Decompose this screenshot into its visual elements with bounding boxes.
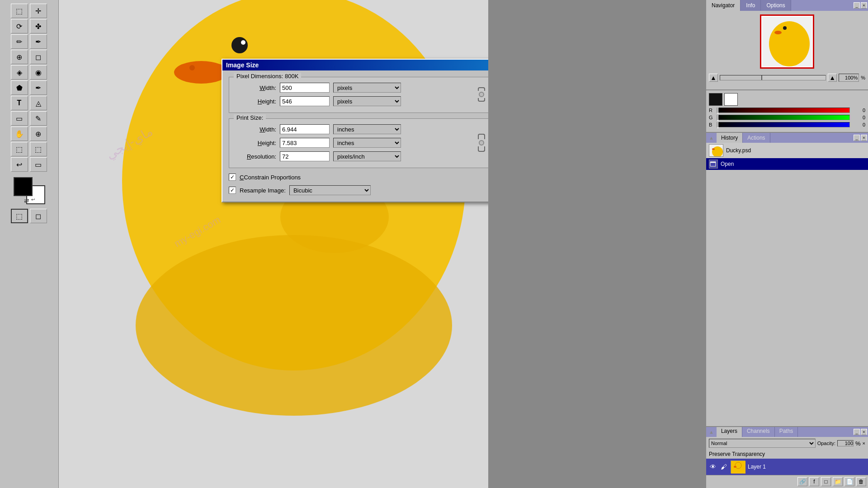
pixel-dimensions-section: Pixel Dimensions: 800K Width:: [229, 77, 488, 113]
pixel-width-unit-select[interactable]: pixels percent: [333, 83, 401, 93]
pencil-tool[interactable]: ✒: [30, 34, 47, 49]
blue-channel-slider[interactable]: [717, 122, 850, 127]
print-width-row: Width: inches cm mm: [236, 124, 474, 134]
print-height-input[interactable]: [280, 138, 330, 148]
quick-mask-off[interactable]: ⬚: [11, 209, 28, 223]
opacity-input[interactable]: [837, 440, 854, 446]
actions-tab[interactable]: Actions: [743, 133, 770, 143]
foreground-color-swatch[interactable]: [14, 177, 33, 196]
pixel-height-input[interactable]: [280, 96, 330, 106]
constrain-proportions-checkbox[interactable]: ✓: [229, 174, 236, 181]
layer-1-item[interactable]: 👁 🖌 Layer 1: [706, 459, 868, 475]
print-chain-icon: [478, 134, 485, 152]
nav-minimize-button[interactable]: _: [854, 2, 860, 9]
notes-tool[interactable]: ✎: [30, 111, 47, 126]
layers-close-button[interactable]: ×: [861, 429, 867, 435]
resample-method-select[interactable]: Bicubic Nearest Neighbor Bilinear Bicubi…: [289, 185, 371, 195]
history-close-button[interactable]: ×: [861, 135, 867, 141]
layers-minimize-button[interactable]: _: [854, 429, 860, 435]
zoom-slider[interactable]: [720, 75, 826, 80]
zoom-in-button[interactable]: ▲: [828, 74, 837, 82]
resolution-input[interactable]: [280, 151, 330, 161]
text-tool[interactable]: T: [11, 96, 28, 110]
extra-tool-3[interactable]: ↩: [11, 157, 28, 172]
channels-tab[interactable]: Channels: [742, 427, 775, 437]
layer-link-button[interactable]: 🔗: [797, 477, 807, 486]
magic-wand-tool[interactable]: ✤: [30, 19, 47, 33]
extra-tool-4[interactable]: ▭: [30, 157, 47, 172]
zoom-value-input[interactable]: [839, 74, 859, 82]
pixel-width-input[interactable]: [280, 83, 330, 93]
history-minimize-button[interactable]: _: [854, 135, 860, 141]
image-size-dialog: Image Size × Pixel Dimensions: 800K: [222, 59, 488, 202]
print-width-unit-wrapper: inches cm mm points picas columns percen…: [333, 124, 401, 134]
eraser-tool[interactable]: ◻: [30, 50, 47, 64]
layer-visibility-icon[interactable]: 👁: [709, 463, 717, 471]
history-item-ducky[interactable]: Ducky.psd: [706, 143, 868, 158]
zoom-tool[interactable]: ⊕: [30, 127, 47, 141]
toolbox: ⬚ ✛ ⟳ ✤ ✏ ✒ ⊕ ◻ ◈ ◉ ⬟ ✒ T ◬ ▭ ✎ ✋ ⊕: [0, 0, 59, 488]
new-layer-button[interactable]: 📄: [844, 477, 854, 486]
move-tool[interactable]: ✛: [30, 4, 47, 18]
history-section: ▲ History Actions _ ×: [706, 133, 868, 426]
switch-colors-icon[interactable]: ⇄: [24, 197, 29, 204]
lasso-tool[interactable]: ⟳: [11, 19, 28, 33]
svg-point-24: [734, 466, 736, 468]
brush-tool[interactable]: ✏: [11, 34, 28, 49]
zoom-out-button[interactable]: ▲: [709, 74, 718, 82]
marquee-tool[interactable]: ⬚: [11, 4, 28, 18]
options-tab[interactable]: Options: [761, 0, 791, 11]
new-layer-set-button[interactable]: 📁: [833, 477, 843, 486]
red-channel-row: R 0: [709, 108, 865, 113]
history-panel-arrow[interactable]: ▲: [706, 133, 717, 143]
history-thumb-ducky: [709, 144, 723, 157]
fg-swatch-small[interactable]: [709, 93, 722, 106]
shape-tool[interactable]: ◬: [30, 96, 47, 110]
resolution-unit-select[interactable]: pixels/inch pixels/cm: [333, 151, 401, 161]
bg-swatch-small[interactable]: [724, 93, 738, 106]
quick-mask-on[interactable]: ◻: [30, 209, 47, 223]
layers-tab[interactable]: Layers: [717, 427, 742, 437]
layers-panel-arrow[interactable]: ▲: [706, 427, 717, 437]
history-tab[interactable]: History: [717, 133, 743, 143]
paint-bucket-tool[interactable]: ◈: [11, 65, 28, 80]
extra-tool-1[interactable]: ⬚: [11, 142, 28, 156]
right-panel-inner: Navigator Info Options _ ×: [706, 0, 868, 488]
green-channel-slider[interactable]: [717, 115, 850, 120]
delete-layer-button[interactable]: 🗑: [856, 477, 866, 486]
measure-tool[interactable]: ▭: [11, 111, 28, 126]
svg-point-14: [783, 26, 787, 30]
print-width-label: Width:: [236, 126, 276, 133]
navigator-tab[interactable]: Navigator: [706, 0, 741, 11]
canvas-content: ماي-إيجي my-egi.com Image Size ×: [59, 0, 488, 488]
resample-image-label: Resample Image:: [240, 187, 286, 194]
navigator-preview: [706, 11, 868, 72]
layers-bottom-controls: 🔗 f □ 📁 📄 🗑: [706, 475, 868, 488]
tool-grid: ⬚ ✛ ⟳ ✤ ✏ ✒ ⊕ ◻ ◈ ◉ ⬟ ✒ T ◬ ▭ ✎ ✋ ⊕: [9, 2, 50, 174]
history-item-open[interactable]: Open: [706, 158, 868, 170]
preserve-transparency-row: Preserve Transparency: [706, 450, 868, 459]
layer-mask-button[interactable]: □: [821, 477, 831, 486]
extra-tool-2[interactable]: ⬚: [30, 142, 47, 156]
resample-image-checkbox[interactable]: ✓: [229, 187, 236, 194]
pen-tool[interactable]: ✒: [30, 80, 47, 95]
print-width-input[interactable]: [280, 124, 330, 134]
blur-tool[interactable]: ◉: [30, 65, 47, 80]
layer-effects-button[interactable]: f: [809, 477, 819, 486]
print-width-unit-select[interactable]: inches cm mm points picas columns percen…: [333, 124, 401, 134]
pixel-height-unit-select[interactable]: pixels percent: [333, 96, 401, 106]
color-swatches: ⇄ ↩: [14, 177, 45, 204]
print-height-unit-select[interactable]: inches cm mm points picas columns percen…: [333, 138, 401, 148]
layers-controls: Normal Dissolve Multiply Screen Opacity:…: [706, 437, 868, 450]
pixel-dimensions-fields: Width: pixels percent: [236, 83, 487, 106]
red-channel-slider[interactable]: [717, 108, 850, 113]
blending-mode-select[interactable]: Normal Dissolve Multiply Screen: [709, 439, 816, 448]
default-colors-icon[interactable]: ↩: [31, 197, 35, 204]
dialog-body: Pixel Dimensions: 800K Width:: [222, 70, 488, 202]
clone-tool[interactable]: ⊕: [11, 50, 28, 64]
paths-tab[interactable]: Paths: [775, 427, 798, 437]
hand-tool[interactable]: ✋: [11, 127, 28, 141]
info-tab[interactable]: Info: [741, 0, 761, 11]
nav-close-button[interactable]: ×: [861, 2, 867, 9]
dodge-tool[interactable]: ⬟: [11, 80, 28, 95]
